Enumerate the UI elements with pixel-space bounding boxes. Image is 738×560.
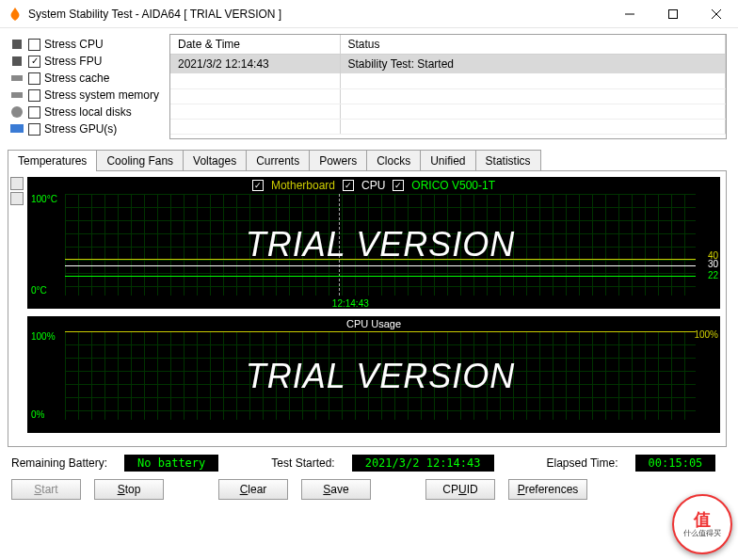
clear-button[interactable]: Clear bbox=[218, 479, 288, 500]
legend-label: Motherboard bbox=[271, 179, 335, 192]
tab-currents[interactable]: Currents bbox=[246, 150, 310, 171]
stress-item[interactable]: Stress GPU(s) bbox=[9, 120, 160, 137]
cpu-usage-graph: CPU Usage 100% 0% 100% TRIAL VERSION bbox=[27, 316, 720, 433]
stress-item[interactable]: Stress CPU bbox=[9, 36, 160, 53]
device-icon bbox=[9, 88, 24, 103]
close-button[interactable] bbox=[695, 0, 738, 28]
checkbox[interactable] bbox=[28, 106, 40, 119]
checkbox[interactable] bbox=[28, 89, 40, 102]
device-icon bbox=[9, 104, 24, 120]
device-icon bbox=[9, 121, 24, 136]
y2-bot: 0% bbox=[31, 409, 44, 420]
stress-label: Stress FPU bbox=[44, 55, 102, 68]
svg-rect-4 bbox=[12, 40, 22, 49]
battery-value: No battery bbox=[124, 455, 218, 472]
maximize-button[interactable] bbox=[651, 0, 695, 28]
button-row: Start Stop Clear Save CPUID Preferences bbox=[8, 475, 727, 504]
tab-cooling-fans[interactable]: Cooling Fans bbox=[96, 150, 184, 171]
legend-label: ORICO V500-1T bbox=[411, 179, 495, 192]
stress-label: Stress CPU bbox=[44, 38, 104, 51]
y2-top: 100% bbox=[31, 331, 56, 342]
stress-item[interactable]: Stress FPU bbox=[9, 53, 160, 70]
cpuid-button[interactable]: CPUID bbox=[425, 479, 495, 500]
stress-label: Stress local disks bbox=[44, 105, 132, 119]
stress-label: Stress system memory bbox=[44, 88, 159, 102]
legend-checkbox[interactable] bbox=[393, 180, 404, 191]
save-button[interactable]: Save bbox=[301, 479, 371, 500]
tab-statistics[interactable]: Statistics bbox=[475, 150, 541, 171]
titlebar: System Stability Test - AIDA64 [ TRIAL V… bbox=[0, 0, 738, 28]
tab-powers[interactable]: Powers bbox=[309, 150, 367, 171]
tab-voltages[interactable]: Voltages bbox=[183, 150, 247, 171]
y-top: 100°C bbox=[31, 194, 57, 204]
temperature-graph: MotherboardCPUORICO V500-1T 100°C 0°C 12… bbox=[27, 177, 720, 309]
stress-label: Stress cache bbox=[44, 72, 109, 85]
checkbox[interactable] bbox=[28, 72, 40, 85]
stress-options: Stress CPUStress FPUStress cacheStress s… bbox=[8, 34, 160, 139]
svg-point-8 bbox=[11, 106, 23, 118]
stress-item[interactable]: Stress cache bbox=[9, 70, 160, 87]
elapsed-value: 00:15:05 bbox=[635, 455, 716, 472]
legend-checkbox[interactable] bbox=[343, 180, 354, 191]
legend-checkbox[interactable] bbox=[252, 180, 264, 191]
graph-side-icons bbox=[10, 177, 24, 205]
stress-label: Stress GPU(s) bbox=[44, 122, 117, 136]
started-value: 2021/3/2 12:14:43 bbox=[352, 455, 494, 472]
graph2-title: CPU Usage bbox=[27, 316, 720, 329]
tab-bar: TemperaturesCooling FansVoltagesCurrents… bbox=[8, 149, 727, 170]
smzdm-badge: 值 什么值得买 bbox=[672, 494, 732, 554]
minimize-button[interactable] bbox=[608, 0, 651, 28]
svg-rect-6 bbox=[11, 75, 23, 81]
stress-item[interactable]: Stress local disks bbox=[9, 104, 160, 120]
window-title: System Stability Test - AIDA64 [ TRIAL V… bbox=[28, 8, 281, 21]
device-icon bbox=[9, 71, 24, 86]
tab-unified[interactable]: Unified bbox=[420, 150, 475, 171]
stress-item[interactable]: Stress system memory bbox=[9, 87, 160, 104]
event-log: Date & Time Status 2021/3/2 12:14:43 Sta… bbox=[169, 34, 727, 139]
tab-clocks[interactable]: Clocks bbox=[366, 150, 421, 171]
started-label: Test Started: bbox=[271, 456, 334, 470]
preferences-button[interactable]: Preferences bbox=[508, 479, 587, 500]
svg-rect-9 bbox=[10, 124, 24, 133]
elapsed-label: Elapsed Time: bbox=[547, 456, 618, 470]
checkbox[interactable] bbox=[28, 39, 40, 51]
status-row: Remaining Battery: No battery Test Start… bbox=[8, 447, 727, 475]
series-value: 30 bbox=[708, 259, 718, 269]
r2-lab: 100% bbox=[694, 329, 718, 340]
legend-label: CPU bbox=[361, 179, 385, 192]
device-icon bbox=[9, 37, 24, 52]
battery-label: Remaining Battery: bbox=[11, 456, 107, 470]
log-header-status: Status bbox=[340, 35, 726, 55]
start-button[interactable]: Start bbox=[11, 479, 81, 500]
log-header-datetime: Date & Time bbox=[170, 35, 340, 55]
svg-rect-7 bbox=[11, 92, 23, 98]
device-icon bbox=[9, 54, 24, 69]
stop-button[interactable]: Stop bbox=[94, 479, 164, 500]
svg-rect-5 bbox=[12, 56, 22, 66]
graph-panel: MotherboardCPUORICO V500-1T 100°C 0°C 12… bbox=[8, 170, 727, 447]
svg-rect-1 bbox=[669, 9, 678, 18]
y-bot: 0°C bbox=[31, 285, 47, 296]
checkbox[interactable] bbox=[28, 56, 40, 68]
log-row[interactable]: 2021/3/2 12:14:43 Stability Test: Starte… bbox=[170, 55, 726, 74]
checkbox[interactable] bbox=[28, 123, 40, 136]
series-value: 22 bbox=[708, 270, 718, 280]
app-icon bbox=[8, 7, 23, 22]
tab-temperatures[interactable]: Temperatures bbox=[8, 150, 97, 171]
x-marker: 12:14:43 bbox=[332, 298, 369, 309]
